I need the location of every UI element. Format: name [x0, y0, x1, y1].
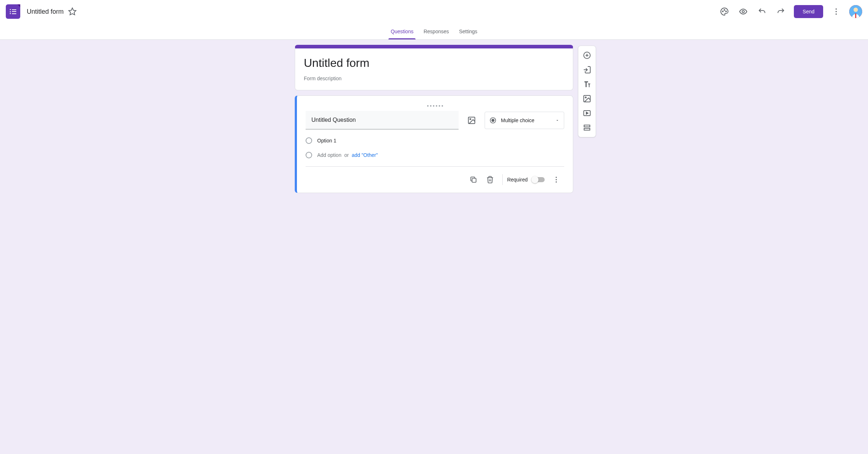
document-title[interactable]: Untitled form: [27, 8, 64, 16]
radio-icon: [489, 117, 497, 124]
svg-point-20: [556, 181, 557, 183]
svg-point-5: [835, 8, 837, 10]
star-icon[interactable]: [68, 7, 77, 16]
preview-icon[interactable]: [735, 4, 751, 20]
add-option-row: Add option or add "Other": [306, 152, 564, 158]
tabs-bar: Questions Responses Settings: [0, 23, 868, 40]
option-label[interactable]: Option 1: [317, 138, 336, 144]
import-questions-icon[interactable]: [580, 63, 593, 76]
svg-rect-15: [472, 178, 476, 182]
divider: [306, 166, 564, 167]
send-button[interactable]: Send: [794, 5, 823, 18]
form-title[interactable]: Untitled form: [304, 56, 564, 70]
duplicate-icon[interactable]: [465, 172, 481, 188]
svg-point-4: [742, 10, 744, 13]
radio-circle-icon: [306, 152, 312, 158]
question-more-icon[interactable]: [548, 172, 564, 188]
add-option-button[interactable]: Add option: [317, 152, 341, 158]
svg-point-1: [723, 11, 723, 12]
question-card[interactable]: Multiple choice Option 1 Add option or a…: [295, 95, 573, 193]
svg-point-7: [835, 13, 837, 15]
question-title-input[interactable]: [306, 111, 459, 129]
form-canvas: Untitled form Form description Multiple …: [0, 40, 868, 193]
side-toolbar: [578, 46, 596, 137]
svg-point-14: [492, 119, 494, 121]
add-image-icon[interactable]: [580, 92, 593, 105]
svg-rect-28: [584, 125, 590, 127]
required-toggle[interactable]: [531, 177, 545, 182]
account-avatar[interactable]: [849, 5, 862, 18]
redo-icon[interactable]: [773, 4, 789, 20]
tab-responses[interactable]: Responses: [418, 23, 454, 39]
vertical-divider: [502, 174, 503, 185]
or-text: or: [344, 152, 349, 158]
svg-marker-0: [69, 8, 76, 15]
more-icon[interactable]: [828, 4, 844, 20]
drag-handle-icon[interactable]: [306, 103, 564, 109]
svg-point-18: [556, 177, 557, 178]
svg-point-6: [835, 11, 837, 12]
svg-point-12: [470, 119, 471, 120]
forms-logo-icon[interactable]: [6, 4, 20, 19]
add-other-button[interactable]: add "Other": [352, 152, 378, 158]
add-title-icon[interactable]: [580, 78, 593, 91]
add-section-icon[interactable]: [580, 121, 593, 134]
form-description[interactable]: Form description: [304, 76, 564, 81]
add-question-icon[interactable]: [580, 49, 593, 62]
svg-rect-29: [584, 128, 590, 130]
dropdown-arrow-icon: [555, 118, 559, 123]
option-row[interactable]: Option 1: [306, 137, 564, 144]
add-video-icon[interactable]: [580, 107, 593, 120]
svg-point-25: [585, 97, 586, 98]
question-type-label: Multiple choice: [501, 117, 535, 123]
svg-point-3: [726, 11, 727, 12]
svg-point-19: [556, 179, 557, 180]
undo-icon[interactable]: [754, 4, 770, 20]
svg-point-2: [724, 9, 725, 10]
delete-icon[interactable]: [482, 172, 498, 188]
add-image-to-question-icon[interactable]: [464, 113, 479, 128]
required-label: Required: [507, 177, 528, 183]
svg-point-9: [854, 8, 858, 12]
customize-theme-icon[interactable]: [716, 4, 732, 20]
svg-rect-10: [855, 13, 856, 18]
tab-settings[interactable]: Settings: [454, 23, 482, 39]
tab-questions[interactable]: Questions: [386, 23, 418, 39]
form-header-card[interactable]: Untitled form Form description: [295, 45, 573, 90]
question-footer: Required: [306, 170, 564, 190]
radio-circle-icon: [306, 137, 312, 144]
app-header: Untitled form Send: [0, 0, 868, 23]
question-type-select[interactable]: Multiple choice: [485, 112, 564, 129]
svg-marker-27: [586, 112, 588, 114]
